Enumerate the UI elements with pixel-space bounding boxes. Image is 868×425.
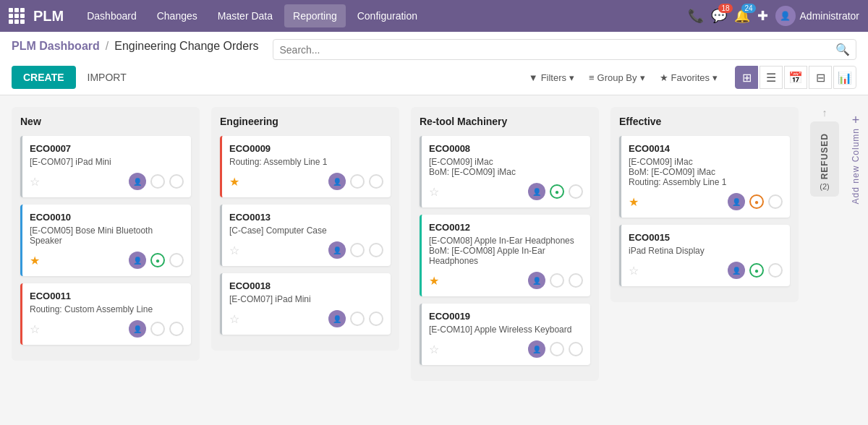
status-dot[interactable] [550, 342, 564, 356]
star-button[interactable]: ☆ [229, 312, 239, 326]
list-view-button[interactable]: ☰ [760, 66, 783, 89]
activity-icon[interactable]: 🔔 24 [734, 8, 750, 24]
status-dot-2[interactable] [768, 263, 783, 278]
filters-chevron: ▾ [569, 72, 574, 83]
favorites-button[interactable]: ★ Favorites ▾ [654, 69, 723, 86]
status-dot[interactable]: ● [150, 253, 165, 267]
admin-menu[interactable]: 👤 Administrator [775, 6, 859, 26]
status-dot-2[interactable] [169, 322, 184, 336]
create-button[interactable]: CREATE [12, 66, 76, 89]
status-dot[interactable] [350, 174, 365, 189]
status-dot[interactable] [350, 312, 365, 326]
status-dot-2[interactable] [569, 273, 583, 288]
favorites-chevron: ▾ [712, 72, 718, 83]
chat-badge: 18 [718, 4, 732, 13]
kanban-view-button[interactable]: ⊞ [735, 66, 758, 89]
kanban-board: New ECO0007 [E-COM07] iPad Mini ☆ 👤 ECO0… [0, 95, 868, 408]
group-by-button[interactable]: ≡ Group By ▾ [583, 69, 651, 86]
card-id: ECO0014 [629, 143, 783, 154]
table-row[interactable]: ECO0012 [E-COM08] Apple In-Ear Headphone… [420, 215, 590, 296]
filters-button[interactable]: ▼ Filters ▾ [523, 69, 580, 86]
breadcrumb-home[interactable]: PLM Dashboard [12, 40, 100, 53]
status-dot[interactable]: ● [550, 184, 564, 199]
card-id: ECO0012 [429, 222, 583, 233]
table-row[interactable]: ECO0013 [C-Case] Computer Case ☆ 👤 [220, 205, 391, 266]
star-button[interactable]: ☆ [30, 175, 40, 189]
status-dot-2[interactable] [369, 312, 383, 326]
card-title: [E-COM07] iPad Mini [30, 157, 184, 167]
table-row[interactable]: ECO0019 [E-COM10] Apple Wireless Keyboar… [420, 304, 590, 365]
card-footer: ★ 👤 ● [629, 193, 783, 210]
status-dot-2[interactable] [569, 184, 583, 199]
calendar-view-button[interactable]: 📅 [784, 66, 807, 89]
status-dot-2[interactable] [768, 194, 783, 209]
card-title: [E-COM08] Apple In-Ear HeadphonesBoM: [E… [429, 236, 583, 266]
menu-dashboard[interactable]: Dashboard [78, 4, 145, 27]
star-button[interactable]: ★ [629, 195, 639, 209]
column-effective: Effective ECO0014 [E-COM09] iMacBoM: [E-… [610, 107, 799, 302]
menu-master-data[interactable]: Master Data [209, 4, 281, 27]
import-button[interactable]: IMPORT [82, 66, 132, 89]
card-footer: ☆ 👤 ● [429, 183, 583, 200]
breadcrumb: PLM Dashboard / Engineering Change Order… [12, 40, 258, 53]
status-dot-2[interactable] [369, 174, 383, 189]
star-button[interactable]: ☆ [229, 244, 239, 257]
table-row[interactable]: ECO0014 [E-COM09] iMacBoM: [E-COM09] iMa… [619, 136, 790, 218]
star-button[interactable]: ★ [30, 254, 40, 267]
search-input[interactable] [279, 44, 835, 56]
card-id: ECO0008 [429, 143, 583, 154]
filter-group: ▼ Filters ▾ ≡ Group By ▾ ★ Favorites ▾ [523, 69, 723, 86]
status-dot[interactable] [350, 243, 365, 257]
status-dot-2[interactable] [569, 342, 583, 356]
card-title: Routing: Assembly Line 1 [229, 157, 383, 167]
table-row[interactable]: ECO0011 Routing: Custom Assembly Line ☆ … [20, 283, 191, 345]
grid-view-button[interactable]: ⊟ [809, 66, 832, 89]
card-id: ECO0013 [229, 212, 383, 223]
card-footer: ☆ 👤 [30, 173, 184, 190]
status-dot[interactable] [150, 174, 165, 189]
status-dot-2[interactable] [169, 174, 184, 189]
collapse-up-icon[interactable]: ↑ [822, 107, 827, 121]
table-row[interactable]: ECO0010 [E-COM05] Bose Mini Bluetooth Sp… [20, 205, 191, 276]
menu-reporting[interactable]: Reporting [284, 4, 346, 27]
table-row[interactable]: ECO0008 [E-COM09] iMacBoM: [E-COM09] iMa… [420, 136, 590, 207]
phone-icon[interactable]: 📞 [688, 8, 704, 24]
star-button[interactable]: ★ [229, 175, 239, 189]
column-retool: Re-tool Machinery ECO0008 [E-COM09] iMac… [411, 107, 599, 381]
star-button[interactable]: ☆ [429, 343, 439, 356]
column-new: New ECO0007 [E-COM07] iPad Mini ☆ 👤 ECO0… [12, 107, 200, 361]
table-row[interactable]: ECO0009 Routing: Assembly Line 1 ★ 👤 [220, 136, 391, 197]
logo-area[interactable]: PLM [9, 8, 64, 25]
avatar: 👤 [528, 272, 545, 289]
view-switcher: ⊞ ☰ 📅 ⊟ 📊 [735, 66, 856, 89]
search-icon[interactable]: 🔍 [835, 43, 850, 56]
status-dot[interactable] [550, 273, 564, 288]
column-refused[interactable]: REFUSED (2) [810, 121, 839, 197]
status-dot[interactable] [150, 322, 165, 336]
status-dot-2[interactable] [169, 253, 184, 267]
table-row[interactable]: ECO0007 [E-COM07] iPad Mini ☆ 👤 [20, 136, 191, 197]
menu-configuration[interactable]: Configuration [349, 4, 426, 27]
chart-view-button[interactable]: 📊 [833, 66, 856, 89]
activity-badge: 24 [741, 4, 755, 13]
card-id: ECO0018 [229, 280, 383, 291]
chat-icon[interactable]: 💬 18 [711, 8, 727, 24]
star-button[interactable]: ☆ [629, 264, 639, 278]
status-dot[interactable]: ● [749, 194, 764, 209]
card-id: ECO0007 [30, 143, 184, 154]
star-button[interactable]: ☆ [30, 322, 40, 336]
add-column-button[interactable]: + Add new Column [851, 107, 861, 204]
filters-label: Filters [541, 72, 566, 83]
star-button[interactable]: ★ [429, 274, 439, 288]
settings-icon[interactable]: ✚ [757, 8, 768, 24]
table-row[interactable]: ECO0018 [E-COM07] iPad Mini ☆ 👤 [220, 273, 391, 335]
star-button[interactable]: ☆ [429, 185, 439, 199]
status-dot-2[interactable] [369, 243, 383, 257]
table-row[interactable]: ECO0015 iPad Retina Display ☆ 👤 ● [619, 225, 790, 286]
menu-changes[interactable]: Changes [148, 4, 206, 27]
card-title: [E-COM10] Apple Wireless Keyboard [429, 325, 583, 335]
breadcrumb-current: Engineering Change Orders [114, 40, 258, 53]
status-dot[interactable]: ● [749, 263, 764, 278]
grid-icon [9, 8, 25, 24]
card-footer: ☆ 👤 [229, 241, 383, 259]
